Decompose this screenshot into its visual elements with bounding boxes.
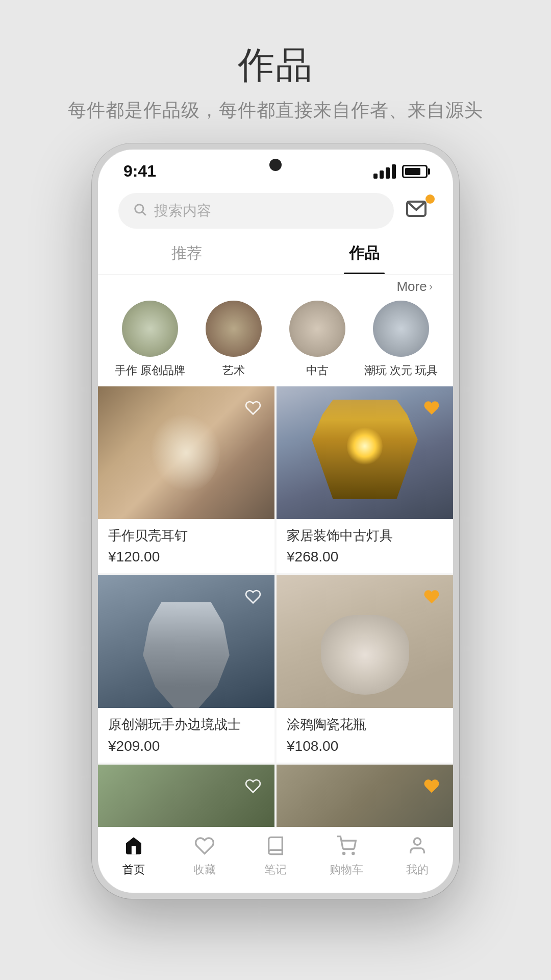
nav-notes-label: 笔记: [264, 862, 287, 877]
nav-cart-label: 购物车: [330, 862, 363, 877]
category-art[interactable]: 艺术: [192, 301, 276, 378]
nav-profile-label: 我的: [406, 862, 429, 877]
product-price: ¥120.00: [108, 549, 264, 565]
product-price: ¥268.00: [287, 549, 443, 565]
product-card[interactable]: 手作贝壳耳钉 ¥120.00: [98, 386, 274, 573]
product-card[interactable]: [277, 765, 453, 827]
heart-icon[interactable]: [242, 585, 264, 608]
page-header: 作品 每件都是作品级，每件都直接来自作者、来自源头: [68, 0, 483, 143]
heart-nav-icon: [194, 836, 215, 859]
svg-line-1: [142, 212, 145, 215]
category-label: 手作 原创品牌: [115, 363, 185, 378]
heart-icon[interactable]: [420, 397, 443, 419]
heart-icon[interactable]: [242, 397, 264, 419]
profile-icon: [407, 836, 428, 859]
nav-profile[interactable]: 我的: [382, 836, 453, 877]
bottom-nav: 首页 收藏 笔记: [98, 827, 453, 893]
cart-icon: [336, 836, 357, 859]
nav-favorites-label: 收藏: [193, 862, 216, 877]
tab-recommend[interactable]: 推荐: [98, 233, 276, 274]
page-subtitle: 每件都是作品级，每件都直接来自作者、来自源头: [68, 98, 483, 123]
heart-icon[interactable]: [420, 585, 443, 608]
svg-point-4: [353, 852, 354, 854]
svg-point-0: [135, 204, 143, 212]
home-icon: [123, 836, 144, 859]
product-card[interactable]: 家居装饰中古灯具 ¥268.00: [277, 386, 453, 573]
search-box[interactable]: 搜索内容: [118, 193, 394, 229]
product-name: 家居装饰中古灯具: [287, 526, 443, 545]
status-time: 9:41: [123, 162, 156, 181]
tabs: 推荐 作品: [98, 233, 453, 275]
svg-point-3: [343, 852, 345, 854]
category-label: 潮玩 次元 玩具: [364, 363, 438, 378]
page-title: 作品: [68, 41, 483, 90]
search-area: 搜索内容: [98, 185, 453, 233]
mail-icon[interactable]: [404, 197, 433, 225]
category-label: 中古: [306, 363, 329, 378]
more-row: More ›: [98, 275, 453, 297]
book-icon: [265, 836, 286, 859]
nav-cart[interactable]: 购物车: [311, 836, 382, 877]
category-label: 艺术: [222, 363, 245, 378]
product-name: 原创潮玩手办边境战士: [108, 715, 264, 733]
search-icon: [133, 202, 147, 220]
product-price: ¥209.00: [108, 738, 264, 754]
mail-badge: [425, 194, 435, 204]
battery-icon: [402, 165, 428, 178]
search-placeholder: 搜索内容: [154, 201, 211, 220]
heart-icon[interactable]: [242, 775, 264, 797]
product-name: 手作贝壳耳钉: [108, 526, 264, 545]
categories: 手作 原创品牌 艺术 中古 潮玩 次元 玩具: [98, 297, 453, 386]
status-icons: [373, 164, 428, 179]
product-card[interactable]: 原创潮玩手办边境战士 ¥209.00: [98, 575, 274, 762]
more-button[interactable]: More ›: [396, 279, 433, 295]
product-card[interactable]: [98, 765, 274, 827]
svg-point-5: [414, 838, 421, 845]
signal-icon: [373, 164, 396, 179]
phone-frame: 9:41: [92, 143, 459, 899]
tab-works[interactable]: 作品: [276, 233, 453, 274]
product-name: 涂鸦陶瓷花瓶: [287, 715, 443, 733]
nav-favorites[interactable]: 收藏: [169, 836, 240, 877]
nav-home[interactable]: 首页: [98, 836, 169, 877]
heart-icon[interactable]: [420, 775, 443, 797]
product-grid: 手作贝壳耳钉 ¥120.00 家居装饰中古灯具 ¥268.00: [98, 386, 453, 827]
nav-home-label: 首页: [122, 862, 145, 877]
category-handmade[interactable]: 手作 原创品牌: [108, 301, 192, 378]
camera-dot: [269, 159, 282, 171]
category-toys[interactable]: 潮玩 次元 玩具: [359, 301, 443, 378]
chevron-right-icon: ›: [429, 280, 433, 293]
nav-notes[interactable]: 笔记: [240, 836, 311, 877]
product-card[interactable]: 涂鸦陶瓷花瓶 ¥108.00: [277, 575, 453, 762]
category-vintage[interactable]: 中古: [276, 301, 359, 378]
product-price: ¥108.00: [287, 738, 443, 754]
